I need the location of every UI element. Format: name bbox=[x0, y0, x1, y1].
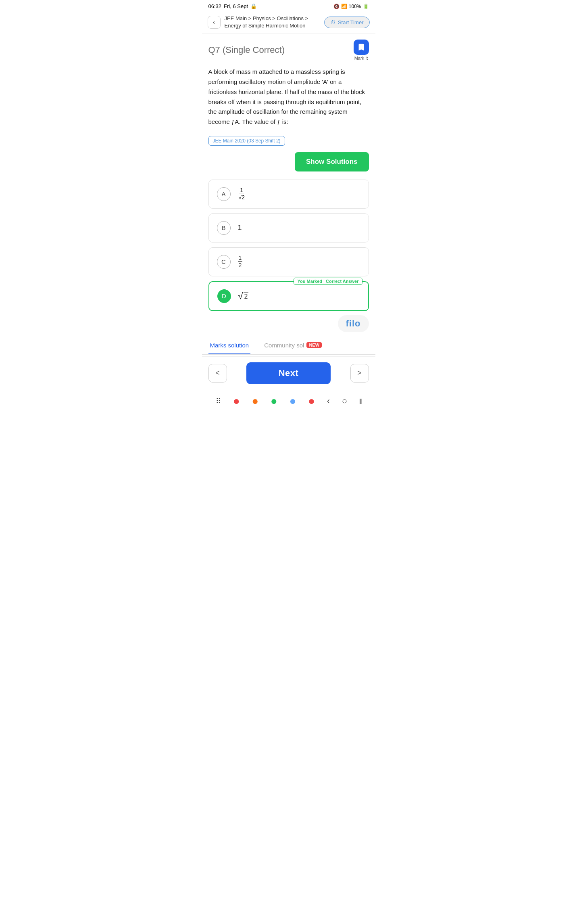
date-label: Fri, 6 Sept bbox=[224, 3, 248, 9]
start-timer-button[interactable]: ⏱ Start Timer bbox=[324, 17, 370, 28]
show-solutions-button[interactable]: Show Solutions bbox=[295, 152, 369, 171]
prev-button[interactable]: < bbox=[208, 364, 227, 383]
mark-it-button[interactable]: Mark It bbox=[354, 40, 369, 61]
you-marked-badge: You Marked | Correct Answer bbox=[294, 278, 362, 285]
red-app-icon[interactable]: ● bbox=[233, 395, 240, 408]
correct-answer-text: Correct Answer bbox=[326, 279, 359, 284]
time-label: 06:32 bbox=[208, 3, 222, 9]
bookmark-svg bbox=[357, 43, 366, 52]
filo-watermark: filo bbox=[202, 311, 375, 332]
you-marked-text: You Marked bbox=[297, 279, 322, 284]
recents-nav-icon[interactable]: ||| bbox=[359, 398, 361, 404]
blue-app-icon[interactable]: ● bbox=[290, 395, 296, 408]
community-sol-label: Community sol bbox=[264, 342, 304, 349]
community-sol-tab[interactable]: Community sol NEW bbox=[262, 338, 323, 354]
question-tag: JEE Main 2020 (03 Sep Shift 2) bbox=[208, 136, 285, 146]
option-b[interactable]: B 1 bbox=[208, 213, 369, 242]
mute-icon: 🔇 bbox=[333, 4, 340, 9]
option-c-content: 1 2 bbox=[238, 255, 243, 269]
option-b-circle: B bbox=[217, 221, 231, 235]
apps-grid-icon[interactable]: ⠿ bbox=[216, 397, 221, 406]
option-d[interactable]: You Marked | Correct Answer D √ 2 bbox=[208, 281, 369, 311]
signal-icon: 📶 bbox=[341, 4, 347, 9]
options-list: A 1 √2 B 1 C 1 2 You Marked | Correct An… bbox=[202, 180, 375, 311]
option-a-math: 1 √2 bbox=[238, 187, 246, 201]
option-c[interactable]: C 1 2 bbox=[208, 247, 369, 276]
next-chevron-icon: > bbox=[357, 369, 362, 377]
question-body: A block of mass m attached to a massless… bbox=[202, 64, 375, 133]
lock-icon: 🔒 bbox=[250, 3, 257, 9]
status-bar-right: 🔇 📶 100% 🔋 bbox=[333, 4, 369, 9]
marks-solution-tab[interactable]: Marks solution bbox=[208, 338, 251, 354]
battery-icon: 🔋 bbox=[363, 4, 369, 9]
mark-it-label: Mark It bbox=[354, 56, 368, 61]
option-a-circle: A bbox=[217, 187, 231, 201]
option-a[interactable]: A 1 √2 bbox=[208, 180, 369, 209]
header-nav: ‹ JEE Main > Physics > Oscillations > En… bbox=[202, 11, 375, 34]
back-chevron-icon: ‹ bbox=[213, 19, 215, 26]
option-b-content: 1 bbox=[238, 224, 242, 232]
option-d-math: √ 2 bbox=[238, 292, 249, 301]
red-camera-app-icon[interactable]: ● bbox=[308, 395, 315, 408]
option-d-content: √ 2 bbox=[238, 292, 249, 301]
android-nav-bar: ⠿ ● ● ● ● ● ‹ ○ ||| bbox=[202, 390, 375, 414]
option-c-math: 1 2 bbox=[238, 255, 243, 269]
home-nav-icon[interactable]: ○ bbox=[342, 396, 347, 406]
marks-solution-label: Marks solution bbox=[210, 342, 249, 349]
timer-label: Start Timer bbox=[338, 19, 364, 25]
status-bar: 06:32 Fri, 6 Sept 🔒 🔇 📶 100% 🔋 bbox=[202, 0, 375, 11]
header-nav-left: ‹ JEE Main > Physics > Oscillations > En… bbox=[208, 15, 324, 29]
battery-label: 100% bbox=[349, 4, 361, 9]
prev-chevron-icon: < bbox=[215, 369, 220, 377]
bookmark-icon bbox=[354, 40, 369, 55]
breadcrumb: JEE Main > Physics > Oscillations > Ener… bbox=[225, 15, 324, 29]
status-bar-left: 06:32 Fri, 6 Sept 🔒 bbox=[208, 3, 257, 9]
filo-badge: filo bbox=[338, 315, 369, 332]
back-nav-icon[interactable]: ‹ bbox=[327, 396, 330, 406]
option-a-content: 1 √2 bbox=[238, 187, 246, 201]
question-title: Q7 (Single Correct) bbox=[208, 45, 285, 55]
solution-tabs: Marks solution Community sol NEW bbox=[202, 338, 375, 355]
timer-icon: ⏱ bbox=[330, 19, 335, 25]
show-solutions-wrap: Show Solutions bbox=[202, 152, 375, 180]
orange-app-icon[interactable]: ● bbox=[252, 395, 259, 408]
next-arrow-button[interactable]: > bbox=[350, 364, 369, 383]
back-button[interactable]: ‹ bbox=[208, 16, 221, 29]
option-c-circle: C bbox=[217, 255, 231, 269]
option-d-circle: D bbox=[217, 289, 231, 303]
new-badge: NEW bbox=[306, 342, 322, 348]
question-header: Q7 (Single Correct) Mark It bbox=[202, 34, 375, 64]
next-button[interactable]: Next bbox=[246, 362, 331, 384]
green-app-icon[interactable]: ● bbox=[271, 395, 277, 408]
bottom-bar: < Next > bbox=[202, 356, 375, 390]
